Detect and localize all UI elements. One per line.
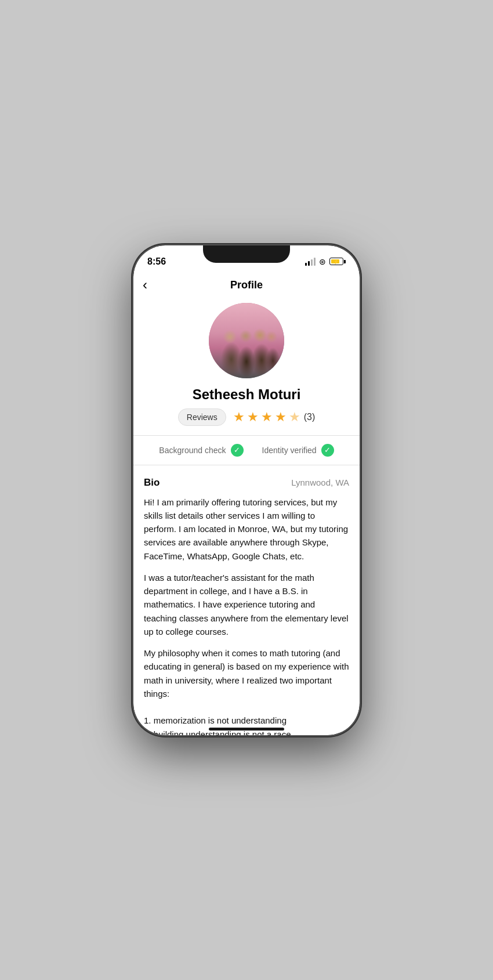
avatar [209, 303, 284, 378]
screen: 8:56 ⊛ ⚡ ‹ Profile [133, 245, 360, 735]
reviews-rating-row: Reviews ★ ★ ★ ★ ★ (3) [178, 408, 315, 426]
bio-paragraph-1: Hi! I am primarily offering tutoring ser… [144, 496, 349, 563]
stars-container: ★ ★ ★ ★ ★ (3) [233, 410, 316, 425]
star-5: ★ [289, 410, 300, 425]
status-time: 8:56 [147, 256, 166, 267]
user-name: Setheesh Moturi [193, 386, 301, 403]
identity-verified-item: Identity verified ✓ [262, 444, 334, 457]
background-check-icon: ✓ [231, 444, 244, 457]
bio-paragraph-3: My philosophy when it comes to math tuto… [144, 646, 349, 735]
profile-section: Setheesh Moturi Reviews ★ ★ ★ ★ ★ (3) [133, 298, 360, 435]
bio-header: Bio Lynnwood, WA [144, 477, 349, 489]
phone-frame: 8:56 ⊛ ⚡ ‹ Profile [133, 245, 360, 735]
status-icons: ⊛ ⚡ [305, 257, 346, 266]
bio-title: Bio [144, 477, 160, 489]
notch [203, 245, 290, 263]
reviews-button[interactable]: Reviews [178, 408, 226, 426]
star-2: ★ [247, 410, 259, 425]
bio-paragraph-2: I was a tutor/teacher's assistant for th… [144, 571, 349, 638]
star-4: ★ [275, 410, 287, 425]
signal-icon [305, 258, 316, 266]
back-button[interactable]: ‹ [143, 277, 147, 293]
bio-text: Hi! I am primarily offering tutoring ser… [144, 496, 349, 735]
star-3: ★ [261, 410, 273, 425]
avatar-image [209, 303, 284, 378]
page-title: Profile [230, 279, 263, 291]
star-1: ★ [233, 410, 245, 425]
content-area: ‹ Profile Setheesh Moturi Reviews ★ ★ ★ … [133, 274, 360, 735]
rating-count: (3) [304, 412, 316, 422]
home-indicator [209, 728, 284, 731]
location: Lynnwood, WA [291, 478, 349, 487]
battery-icon: ⚡ [329, 258, 346, 265]
bio-section: Bio Lynnwood, WA Hi! I am primarily offe… [133, 468, 360, 735]
identity-verified-label: Identity verified [262, 446, 317, 455]
background-check-label: Background check [159, 446, 226, 455]
background-check-item: Background check ✓ [159, 444, 243, 457]
identity-verified-icon: ✓ [321, 444, 334, 457]
wifi-icon: ⊛ [319, 257, 326, 266]
verification-bar: Background check ✓ Identity verified ✓ [133, 435, 360, 465]
page-header: ‹ Profile [133, 274, 360, 298]
